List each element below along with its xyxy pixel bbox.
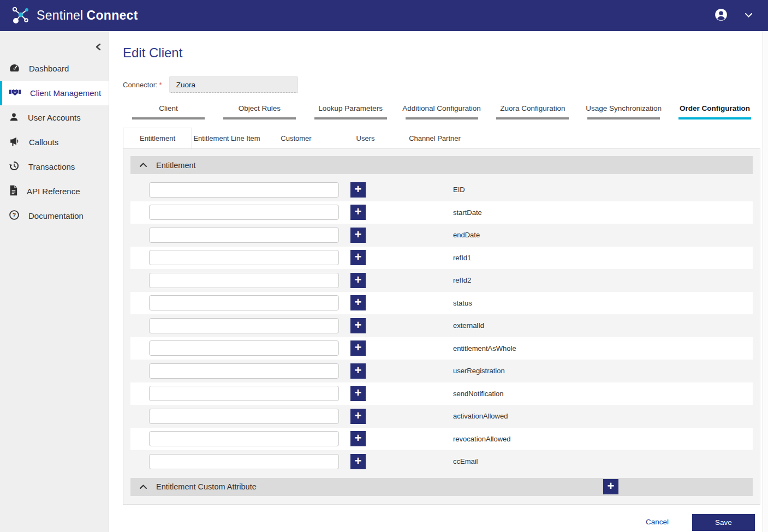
- field-value-input[interactable]: [149, 431, 339, 446]
- plus-icon: +: [355, 387, 362, 399]
- tab-label: Additional Configuration: [402, 100, 480, 117]
- field-name-label: activationAllowed: [453, 412, 508, 420]
- app-header: SentinelConnect: [0, 0, 768, 31]
- save-button[interactable]: Save: [692, 514, 755, 531]
- field-name-label: status: [453, 299, 472, 307]
- field-value-input[interactable]: [149, 295, 339, 310]
- collapse-section-button[interactable]: [138, 160, 148, 170]
- sub-tab-label: Channel Partner: [409, 134, 461, 142]
- add-field-mapping-button[interactable]: +: [350, 386, 366, 401]
- sub-tab-label: Entitlement: [140, 134, 175, 142]
- required-marker: *: [159, 81, 162, 89]
- plus-icon: +: [608, 480, 615, 492]
- sidebar-item-callouts[interactable]: Callouts: [0, 130, 109, 154]
- tab[interactable]: Object Rules: [214, 100, 305, 119]
- field-name-label: userRegistration: [453, 367, 505, 375]
- svg-text:?: ?: [13, 212, 16, 218]
- brand: SentinelConnect: [10, 4, 138, 28]
- field-value-input[interactable]: [149, 363, 339, 379]
- sub-tab-label: Entitlement Line Item: [193, 134, 260, 142]
- field-mapping-row: + externalId: [130, 314, 753, 337]
- sub-tab[interactable]: Entitlement: [123, 128, 192, 148]
- sub-tab-label: Customer: [281, 134, 311, 142]
- collapse-section-button[interactable]: [138, 482, 148, 492]
- add-custom-attribute-button[interactable]: +: [603, 479, 618, 494]
- megaphone-icon: [9, 136, 20, 148]
- sidebar-item-label: Documentation: [28, 211, 84, 220]
- sidebar-item-transactions[interactable]: Transactions: [0, 154, 109, 179]
- sidebar-item-user-accounts[interactable]: User Accounts: [0, 105, 109, 130]
- field-value-input[interactable]: [149, 182, 339, 198]
- brand-name-bold: Connect: [87, 8, 138, 22]
- field-value-input[interactable]: [149, 409, 339, 424]
- tab-label: Object Rules: [239, 100, 281, 117]
- cancel-button[interactable]: Cancel: [646, 518, 669, 526]
- sub-tab[interactable]: Users: [331, 128, 400, 148]
- tab-underline: [132, 117, 205, 119]
- field-mapping-row: + ccEmail: [130, 450, 753, 473]
- add-field-mapping-button[interactable]: +: [350, 273, 366, 288]
- user-account-button[interactable]: [714, 8, 728, 23]
- field-value-input[interactable]: [149, 386, 339, 401]
- field-mapping-row: + status: [130, 292, 753, 315]
- user-icon: [9, 112, 19, 124]
- sidebar-item-documentation[interactable]: ? Documentation: [0, 204, 109, 228]
- sidebar-item-label: Client Management: [30, 88, 101, 98]
- tab[interactable]: Client: [123, 100, 214, 119]
- plus-icon: +: [355, 455, 362, 467]
- sidebar-item-label: Dashboard: [29, 64, 69, 73]
- field-name-label: entitlementAsWhole: [453, 344, 516, 352]
- sub-tab[interactable]: Entitlement Line Item: [192, 128, 261, 148]
- connector-label: Connector:*: [123, 81, 162, 89]
- tab[interactable]: Lookup Parameters: [305, 100, 396, 119]
- field-name-label: refId1: [453, 254, 471, 262]
- tab[interactable]: Zuora Configuration: [487, 100, 578, 119]
- plus-icon: +: [355, 296, 362, 308]
- tab[interactable]: Additional Configuration: [396, 100, 487, 119]
- entitlement-custom-attribute-header[interactable]: Entitlement Custom Attribute +: [130, 478, 753, 496]
- handshake-icon: [9, 87, 21, 99]
- add-field-mapping-button[interactable]: +: [350, 250, 366, 265]
- sidebar-collapse-button[interactable]: [93, 41, 103, 55]
- tab-underline: [314, 117, 387, 119]
- sidebar-item-dashboard[interactable]: Dashboard: [0, 56, 109, 81]
- add-field-mapping-button[interactable]: +: [350, 295, 366, 310]
- scrollbar-track[interactable]: [763, 31, 768, 532]
- sub-tab[interactable]: Customer: [261, 128, 331, 148]
- sidebar-item-client-management[interactable]: Client Management: [0, 81, 109, 105]
- field-value-input[interactable]: [149, 228, 339, 243]
- add-field-mapping-button[interactable]: +: [350, 409, 366, 424]
- section-title: Entitlement: [156, 161, 196, 170]
- field-value-input[interactable]: [149, 454, 339, 469]
- field-value-input[interactable]: [149, 340, 339, 356]
- add-field-mapping-button[interactable]: +: [350, 205, 366, 220]
- field-name-label: endDate: [453, 231, 480, 239]
- field-name-label: externalId: [453, 321, 484, 330]
- field-value-input[interactable]: [149, 318, 339, 333]
- add-field-mapping-button[interactable]: +: [350, 318, 366, 333]
- field-mapping-row: + activationAllowed: [130, 405, 753, 428]
- tab[interactable]: Usage Synchronization: [578, 100, 669, 119]
- plus-icon: +: [355, 319, 362, 331]
- add-field-mapping-button[interactable]: +: [350, 363, 366, 379]
- field-value-input[interactable]: [149, 205, 339, 220]
- add-field-mapping-button[interactable]: +: [350, 454, 366, 469]
- plus-icon: +: [355, 183, 362, 195]
- app-root: SentinelConnect: [0, 0, 768, 532]
- header-menu-caret-button[interactable]: [745, 11, 753, 20]
- add-field-mapping-button[interactable]: +: [350, 182, 366, 198]
- add-field-mapping-button[interactable]: +: [350, 228, 366, 243]
- add-field-mapping-button[interactable]: +: [350, 431, 366, 446]
- header-right: [714, 8, 758, 23]
- add-field-mapping-button[interactable]: +: [350, 340, 366, 356]
- section-title: Entitlement Custom Attribute: [156, 482, 257, 491]
- sidebar-item-api-reference[interactable]: API Reference: [0, 179, 109, 204]
- tab-underline: [678, 117, 751, 119]
- field-value-input[interactable]: [149, 273, 339, 288]
- tab[interactable]: Order Configuration: [669, 100, 760, 119]
- field-value-input[interactable]: [149, 250, 339, 265]
- entitlement-section-header[interactable]: Entitlement: [130, 156, 753, 174]
- field-mapping-row: + refId2: [130, 269, 753, 292]
- tab-label: Usage Synchronization: [586, 100, 662, 117]
- sub-tab[interactable]: Channel Partner: [400, 128, 469, 148]
